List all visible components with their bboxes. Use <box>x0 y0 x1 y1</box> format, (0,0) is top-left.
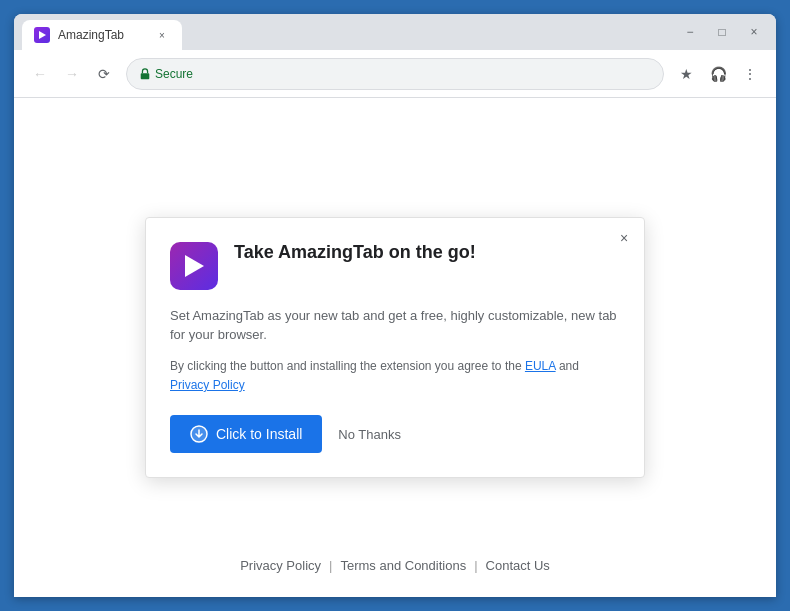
dialog-terms: By clicking the button and installing th… <box>170 357 620 395</box>
svg-marker-0 <box>39 31 46 39</box>
headphones-button[interactable]: 🎧 <box>704 60 732 88</box>
footer-separator-2: | <box>474 558 477 573</box>
page-content: pcc × Take AmazingTab on the go! Set Ama… <box>14 98 776 597</box>
footer-contact-link[interactable]: Contact Us <box>486 558 550 573</box>
tab-title: AmazingTab <box>58 28 124 42</box>
browser-tab[interactable]: AmazingTab × <box>22 20 182 50</box>
dialog-title: Take AmazingTab on the go! <box>234 242 476 263</box>
no-thanks-link[interactable]: No Thanks <box>338 427 401 442</box>
lock-icon <box>139 68 151 80</box>
back-button[interactable]: ← <box>26 60 54 88</box>
terms-prefix: By clicking the button and installing th… <box>170 359 525 373</box>
install-dialog: × Take AmazingTab on the go! Set Amazing… <box>145 217 645 478</box>
browser-window: AmazingTab × − □ × ← → ⟳ Secure ★ <box>14 14 776 597</box>
reload-button[interactable]: ⟳ <box>90 60 118 88</box>
app-logo <box>180 252 208 280</box>
privacy-policy-link[interactable]: Privacy Policy <box>170 378 245 392</box>
menu-button[interactable]: ⋮ <box>736 60 764 88</box>
install-button-label: Click to Install <box>216 426 302 442</box>
install-button[interactable]: Click to Install <box>170 415 322 453</box>
app-icon <box>170 242 218 290</box>
footer-terms-link[interactable]: Terms and Conditions <box>340 558 466 573</box>
bookmark-button[interactable]: ★ <box>672 60 700 88</box>
dialog-header-text: Take AmazingTab on the go! <box>234 242 476 271</box>
maximize-button[interactable]: □ <box>708 18 736 46</box>
title-bar: AmazingTab × − □ × <box>14 14 776 50</box>
window-close-button[interactable]: × <box>740 18 768 46</box>
svg-marker-2 <box>185 255 204 277</box>
dialog-description: Set AmazingTab as your new tab and get a… <box>170 306 620 345</box>
secure-badge: Secure <box>139 67 193 81</box>
minimize-button[interactable]: − <box>676 18 704 46</box>
dialog-header: Take AmazingTab on the go! <box>170 242 620 290</box>
footer-separator-1: | <box>329 558 332 573</box>
eula-link[interactable]: EULA <box>525 359 556 373</box>
toolbar-icons: ★ 🎧 ⋮ <box>672 60 764 88</box>
tab-favicon <box>34 27 50 43</box>
url-input[interactable]: Secure <box>126 58 664 90</box>
dialog-close-button[interactable]: × <box>614 228 634 248</box>
secure-label: Secure <box>155 67 193 81</box>
page-footer: Privacy Policy | Terms and Conditions | … <box>240 558 550 573</box>
download-icon <box>190 425 208 443</box>
tab-close-button[interactable]: × <box>154 27 170 43</box>
terms-and: and <box>556 359 579 373</box>
nav-buttons: ← → ⟳ <box>26 60 118 88</box>
address-bar: ← → ⟳ Secure ★ 🎧 ⋮ <box>14 50 776 98</box>
footer-privacy-link[interactable]: Privacy Policy <box>240 558 321 573</box>
forward-button[interactable]: → <box>58 60 86 88</box>
window-controls: − □ × <box>676 18 768 50</box>
svg-rect-1 <box>141 73 150 79</box>
dialog-actions: Click to Install No Thanks <box>170 415 620 453</box>
